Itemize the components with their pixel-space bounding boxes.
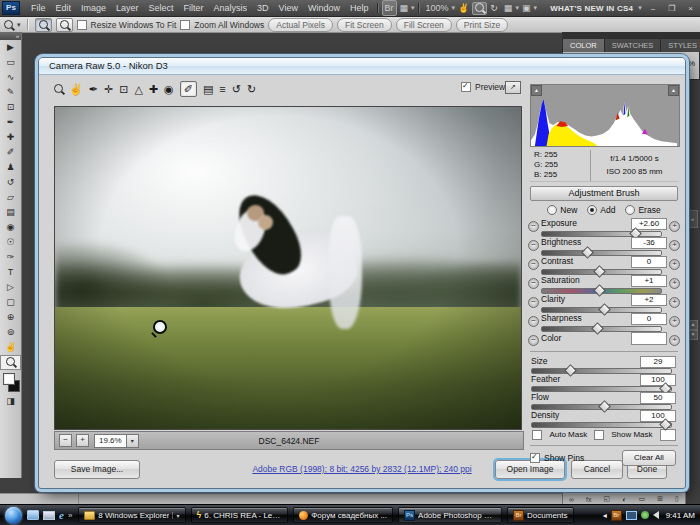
hand-tool-icon[interactable]: ✌ bbox=[455, 1, 472, 15]
gradient-tool[interactable]: ▤ bbox=[0, 205, 21, 220]
size-value[interactable]: 29 bbox=[640, 356, 676, 368]
brush-tool[interactable]: ✐ bbox=[0, 145, 21, 160]
menu-file[interactable]: File bbox=[26, 3, 51, 13]
workspace-switcher[interactable]: WHAT'S NEW IN CS4 bbox=[550, 4, 633, 13]
clarity-increase-button[interactable] bbox=[669, 297, 680, 308]
blur-tool[interactable]: ◉ bbox=[0, 220, 21, 235]
saturation-value[interactable]: +1 bbox=[631, 275, 667, 287]
exposure-increase-button[interactable] bbox=[669, 221, 680, 232]
pen-tool[interactable]: ✑ bbox=[0, 250, 21, 265]
menu-filter[interactable]: Filter bbox=[179, 3, 209, 13]
internet-explorer-icon[interactable]: e bbox=[59, 509, 64, 521]
zoom-tool[interactable] bbox=[0, 355, 21, 370]
zoom-all-windows-checkbox[interactable] bbox=[180, 20, 190, 30]
new-layer-icon[interactable]: ⊞ bbox=[657, 495, 663, 503]
quick-selection-tool[interactable]: ✎ bbox=[0, 85, 21, 100]
launch-bridge-icon[interactable]: Br bbox=[382, 0, 397, 16]
zoom-in-button[interactable] bbox=[35, 18, 52, 32]
healing-brush-tool[interactable]: ✚ bbox=[0, 130, 21, 145]
rotate-cw-button[interactable]: ↻ bbox=[247, 82, 256, 96]
3d-orbit-tool[interactable]: ⊚ bbox=[0, 325, 21, 340]
view-extras-icon[interactable]: ▦ bbox=[397, 1, 412, 15]
eraser-tool[interactable]: ▱ bbox=[0, 190, 21, 205]
taskbar-button-firefox[interactable]: Форум свадебных ... bbox=[293, 507, 393, 523]
path-selection-tool[interactable]: ▷ bbox=[0, 280, 21, 295]
mask-color-swatch[interactable] bbox=[660, 429, 676, 441]
clone-stamp-tool[interactable]: ♟ bbox=[0, 160, 21, 175]
show-pins-checkbox[interactable] bbox=[530, 453, 540, 463]
menu-help[interactable]: Help bbox=[345, 3, 374, 13]
radio-erase[interactable] bbox=[625, 205, 635, 215]
quick-mask-button[interactable]: ◨ bbox=[0, 394, 21, 409]
expand-dock-chevron[interactable]: « bbox=[687, 210, 698, 228]
menu-image[interactable]: Image bbox=[76, 3, 111, 13]
delete-layer-icon[interactable]: ▯ bbox=[675, 495, 679, 503]
marquee-tool[interactable]: ▭ bbox=[0, 55, 21, 70]
spot-removal-tool[interactable]: ✚ bbox=[149, 82, 158, 96]
menu-view[interactable]: View bbox=[274, 3, 303, 13]
color-increase-button[interactable] bbox=[669, 335, 680, 346]
graduated-filter-tool[interactable]: ▤ bbox=[203, 82, 213, 96]
adjustment-brush-tool[interactable]: ✐ bbox=[180, 81, 197, 97]
zoom-tool[interactable] bbox=[54, 82, 63, 96]
flow-value[interactable]: 50 bbox=[640, 392, 676, 404]
start-button[interactable] bbox=[5, 507, 22, 524]
feather-value[interactable]: 100 bbox=[640, 374, 676, 386]
auto-mask-checkbox[interactable] bbox=[532, 430, 542, 440]
tab-color[interactable]: COLOR bbox=[563, 39, 605, 52]
density-slider[interactable] bbox=[531, 422, 672, 428]
zoom-out-button[interactable] bbox=[56, 18, 73, 32]
color-decrease-button[interactable] bbox=[528, 335, 539, 346]
actual-pixels-button[interactable]: Actual Pixels bbox=[268, 18, 333, 32]
menu-window[interactable]: Window bbox=[303, 3, 345, 13]
screen-mode-icon[interactable]: ▣ bbox=[519, 1, 534, 15]
radio-new[interactable] bbox=[547, 205, 557, 215]
menu-3d[interactable]: 3D bbox=[252, 3, 274, 13]
menu-analysis[interactable]: Analysis bbox=[209, 3, 253, 13]
toggle-fullscreen-button[interactable]: ↗ bbox=[505, 81, 521, 94]
contrast-value[interactable]: 0 bbox=[631, 256, 667, 268]
fit-screen-button[interactable]: Fit Screen bbox=[337, 18, 392, 32]
hand-tool[interactable]: ✌ bbox=[0, 340, 21, 355]
type-tool[interactable]: T bbox=[0, 265, 21, 280]
clarity-decrease-button[interactable] bbox=[528, 297, 539, 308]
tab-swatches[interactable]: SWATCHES bbox=[605, 39, 662, 52]
menu-layer[interactable]: Layer bbox=[111, 3, 144, 13]
fill-screen-button[interactable]: Fill Screen bbox=[396, 18, 452, 32]
menu-select[interactable]: Select bbox=[144, 3, 179, 13]
3d-rotate-tool[interactable]: ⊕ bbox=[0, 310, 21, 325]
sharpness-value[interactable]: 0 bbox=[631, 313, 667, 325]
foreground-color-swatch[interactable] bbox=[3, 373, 15, 385]
brightness-increase-button[interactable] bbox=[669, 240, 680, 251]
taskbar-button-winamp[interactable]: ϟ 6. CHRIS REA - Let's ... bbox=[191, 507, 289, 523]
rotate-view-icon[interactable]: ↻ bbox=[487, 1, 501, 15]
print-size-button[interactable]: Print Size bbox=[456, 18, 508, 32]
quick-launch-overflow-icon[interactable]: » bbox=[68, 511, 72, 520]
radio-add[interactable] bbox=[587, 205, 597, 215]
sharpness-decrease-button[interactable] bbox=[528, 316, 539, 327]
layer-style-icon[interactable]: fx bbox=[586, 496, 591, 503]
brightness-decrease-button[interactable] bbox=[528, 240, 539, 251]
move-tool[interactable]: ▶ bbox=[0, 40, 21, 55]
crop-tool[interactable]: ⊡ bbox=[0, 100, 21, 115]
restore-button[interactable]: ❐ bbox=[664, 4, 679, 13]
tray-expand-icon[interactable]: ◂ bbox=[603, 511, 607, 520]
shadow-clipping-icon[interactable]: ▲ bbox=[531, 85, 542, 96]
contrast-decrease-button[interactable] bbox=[528, 259, 539, 270]
arrange-documents-icon[interactable]: ▦ bbox=[501, 1, 516, 15]
history-brush-tool[interactable]: ↺ bbox=[0, 175, 21, 190]
exposure-decrease-button[interactable] bbox=[528, 221, 539, 232]
clarity-value[interactable]: +2 bbox=[631, 294, 667, 306]
layer-mask-icon[interactable]: ◱ bbox=[604, 495, 611, 503]
red-eye-tool[interactable]: ◉ bbox=[164, 82, 174, 96]
density-value[interactable]: 100 bbox=[640, 410, 676, 422]
highlight-clipping-icon[interactable]: ▲ bbox=[668, 85, 679, 96]
save-image-button[interactable]: Save Image... bbox=[54, 460, 140, 479]
taskbar-clock[interactable]: 9:41 AM bbox=[663, 511, 695, 520]
rotate-ccw-button[interactable]: ↺ bbox=[232, 82, 241, 96]
resize-windows-checkbox[interactable] bbox=[77, 20, 87, 30]
contrast-increase-button[interactable] bbox=[669, 259, 680, 270]
preview-checkbox[interactable] bbox=[461, 82, 471, 92]
menu-edit[interactable]: Edit bbox=[51, 3, 77, 13]
crop-tool[interactable]: ⊡ bbox=[119, 82, 128, 96]
